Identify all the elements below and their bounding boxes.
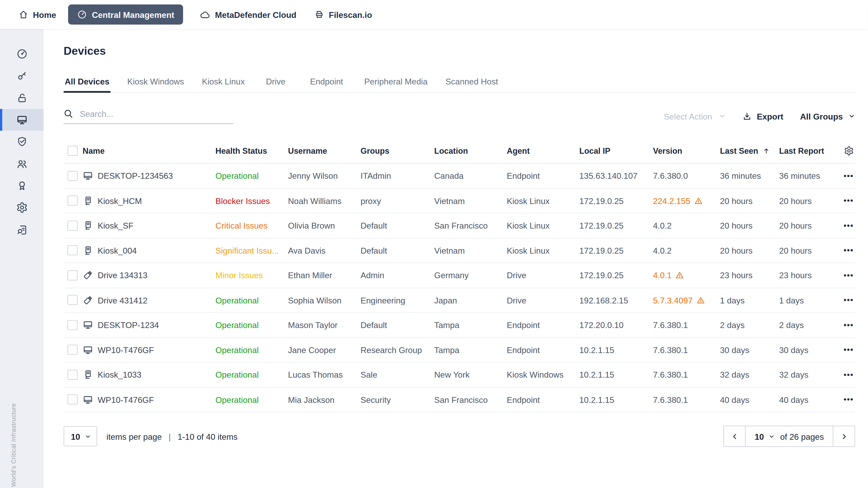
row-menu-button[interactable] [835, 299, 855, 301]
nav-filescan[interactable]: Filescan.io [314, 9, 372, 20]
search-box[interactable] [64, 108, 233, 124]
row-checkbox[interactable] [68, 270, 78, 280]
next-page-button[interactable] [833, 426, 855, 447]
sidebar-item-users[interactable] [0, 153, 43, 175]
sidebar-item-licenses[interactable] [0, 65, 43, 87]
groups-dropdown[interactable]: All Groups [800, 112, 855, 121]
page-size-select[interactable]: 10 [64, 426, 97, 447]
col-header-local-ip[interactable]: Local IP [579, 146, 653, 155]
tab-scanned-host[interactable]: Scanned Host [444, 72, 499, 92]
tab-endpoint[interactable]: Endpoint [306, 72, 348, 92]
nav-central-management[interactable]: Central Management [68, 4, 183, 25]
sidebar-item-settings[interactable] [0, 197, 43, 219]
table-row[interactable]: Kiosk_SF Critical Issues Olivia Brown De… [64, 213, 855, 238]
version: 4.0.2 [653, 221, 720, 230]
table-row[interactable]: Kiosk_HCM Blocker Issues Noah Williams p… [64, 189, 855, 213]
sidebar-item-devices[interactable] [0, 109, 43, 131]
tab-kiosk-linux[interactable]: Kiosk Linux [201, 72, 246, 92]
table-row[interactable]: WP10-T476GF Operational Mia Jackson Secu… [64, 387, 855, 412]
row-menu-button[interactable] [835, 200, 855, 202]
chevron-down-icon [848, 113, 855, 119]
select-action-dropdown[interactable]: Select Action [664, 112, 725, 121]
column-settings-button[interactable] [835, 146, 855, 156]
current-page-select[interactable]: 10 [754, 431, 774, 441]
col-header-agent[interactable]: Agent [507, 146, 579, 155]
health-status: Operational [215, 345, 288, 354]
tab-all-devices[interactable]: All Devices [64, 72, 111, 92]
row-checkbox[interactable] [68, 295, 78, 305]
col-header-location[interactable]: Location [434, 146, 507, 155]
table-row[interactable]: Drive 431412 Operational Sophia Wilson E… [64, 288, 855, 313]
groups: Default [361, 221, 434, 230]
nav-metadefender-cloud[interactable]: MetaDefender Cloud [200, 9, 297, 20]
table-row[interactable]: DESKTOP-1234 Operational Mason Taylor De… [64, 313, 855, 338]
desktop-icon [83, 320, 93, 331]
scanner-icon [314, 9, 324, 20]
col-header-last-seen[interactable]: Last Seen [720, 146, 779, 155]
sidebar-item-policies[interactable] [0, 131, 43, 153]
row-menu-button[interactable] [835, 225, 855, 227]
last-seen: 30 days [720, 345, 779, 354]
nav-home[interactable]: Home [19, 9, 56, 20]
desktop-icon [83, 345, 93, 355]
prev-page-button[interactable] [724, 426, 745, 447]
col-header-name[interactable]: Name [83, 146, 215, 155]
sidebar-item-dashboard[interactable] [0, 43, 43, 65]
settings-gear-icon [16, 202, 28, 213]
agent: Kiosk Linux [507, 196, 579, 206]
export-button[interactable]: Export [742, 112, 783, 121]
row-checkbox[interactable] [68, 395, 78, 405]
device-name: Kiosk_004 [98, 246, 137, 255]
last-report: 20 hours [779, 221, 835, 230]
row-menu-button[interactable] [835, 249, 855, 251]
col-header-health[interactable]: Health Status [215, 146, 288, 155]
table-row[interactable]: Kiosk_004 Significant Issu... Ava Davis … [64, 238, 855, 263]
groups: Sale [361, 370, 434, 380]
row-checkbox[interactable] [68, 196, 78, 206]
groups: Default [361, 246, 434, 255]
table-row[interactable]: Drive 134313 Minor Issues Ethan Miller A… [64, 263, 855, 288]
usb-drive-icon [83, 295, 93, 306]
sidebar-item-certificates[interactable] [0, 175, 43, 197]
last-report: 30 days [779, 345, 835, 354]
row-checkbox[interactable] [68, 171, 78, 181]
agent: Endpoint [507, 171, 579, 181]
row-checkbox[interactable] [68, 245, 78, 255]
row-checkbox[interactable] [68, 221, 78, 231]
health-status: Operational [215, 370, 288, 380]
tab-drive[interactable]: Drive [261, 72, 290, 92]
local-ip: 172.19.0.25 [579, 196, 653, 206]
row-menu-button[interactable] [835, 324, 855, 326]
location: Vietnam [434, 246, 507, 255]
col-header-username[interactable]: Username [288, 146, 361, 155]
table-row[interactable]: DESKTOP-1234563 Operational Jenny Wilson… [64, 164, 855, 189]
row-menu-button[interactable] [835, 374, 855, 376]
warning-icon [676, 271, 684, 280]
sidebar-item-reports[interactable] [0, 219, 43, 240]
sidebar-item-security[interactable] [0, 87, 43, 109]
row-checkbox[interactable] [68, 320, 78, 330]
col-header-groups[interactable]: Groups [361, 146, 434, 155]
table-row[interactable]: WP10-T476GF Operational Jane Cooper Rese… [64, 338, 855, 363]
table-row[interactable]: Kiosk_1033 Operational Lucas Thomas Sale… [64, 363, 855, 387]
tab-kiosk-windows[interactable]: Kiosk Windows [126, 72, 185, 92]
col-header-version[interactable]: Version [653, 146, 720, 155]
row-checkbox[interactable] [68, 370, 78, 380]
select-action-label: Select Action [664, 112, 712, 121]
row-checkbox[interactable] [68, 345, 78, 355]
row-menu-button[interactable] [835, 175, 855, 177]
row-menu-button[interactable] [835, 349, 855, 351]
local-ip: 172.19.0.25 [579, 246, 653, 255]
health-status: Operational [215, 295, 288, 305]
gauge-icon [77, 9, 87, 20]
last-report: 2 days [779, 320, 835, 330]
tab-peripheral-media[interactable]: Peripheral Media [363, 72, 429, 92]
lock-icon [16, 92, 28, 104]
row-menu-button[interactable] [835, 399, 855, 401]
col-header-last-report[interactable]: Last Report [779, 146, 835, 155]
row-menu-button[interactable] [835, 274, 855, 276]
agent: Drive [507, 270, 579, 280]
search-input[interactable] [79, 108, 234, 119]
top-nav: Home Central Management MetaDefender Clo… [0, 0, 868, 29]
select-all-checkbox[interactable] [68, 146, 78, 156]
